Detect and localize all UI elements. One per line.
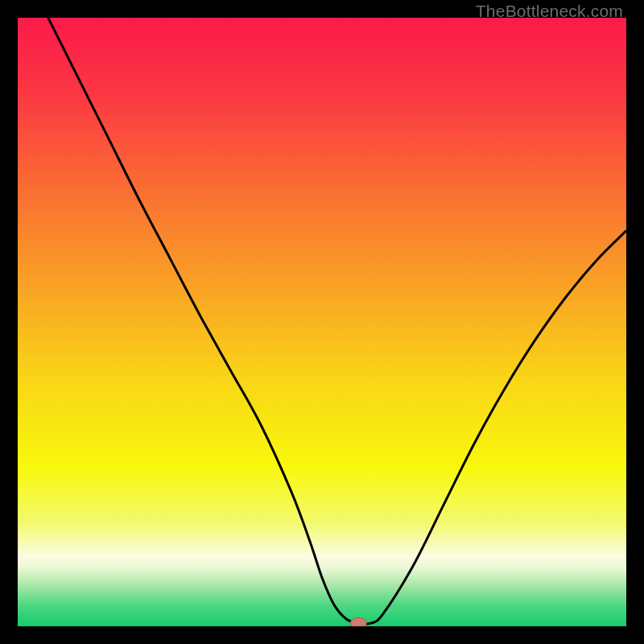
watermark-text: TheBottleneck.com (476, 2, 623, 21)
curve-layer (18, 18, 626, 626)
bottleneck-curve (48, 18, 626, 624)
optimal-point-marker (350, 617, 366, 626)
chart-frame (18, 18, 626, 626)
plot-area (18, 18, 626, 626)
